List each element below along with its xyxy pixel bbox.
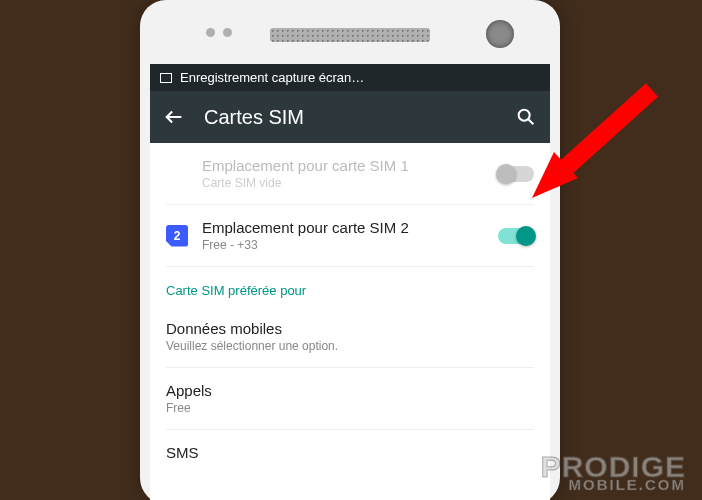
notification-bar[interactable]: Enregistrement capture écran…: [150, 64, 550, 91]
search-button[interactable]: [514, 105, 538, 129]
search-icon: [515, 106, 537, 128]
sim1-subtitle: Carte SIM vide: [202, 176, 484, 190]
phone-speaker: [270, 28, 430, 42]
watermark: PRODIGE MOBILE.COM: [541, 454, 686, 492]
settings-list: Emplacement pour carte SIM 1 Carte SIM v…: [150, 143, 550, 475]
mobile-data-label: Données mobiles: [166, 320, 534, 337]
phone-led-dots: [206, 28, 232, 37]
phone-front-camera: [486, 20, 514, 48]
sim2-label: Emplacement pour carte SIM 2: [202, 219, 484, 236]
sim2-subtitle: Free - +33: [202, 238, 484, 252]
calls-label: Appels: [166, 382, 534, 399]
sim1-label: Emplacement pour carte SIM 1: [202, 157, 484, 174]
device-screen: Enregistrement capture écran… Cartes SIM…: [150, 64, 550, 500]
sim2-toggle[interactable]: [498, 228, 534, 244]
mobile-data-sub: Veuillez sélectionner une option.: [166, 339, 534, 353]
sms-row[interactable]: SMS: [166, 430, 534, 475]
sim-slot-1-row: Emplacement pour carte SIM 1 Carte SIM v…: [166, 143, 534, 205]
screenshot-icon: [160, 73, 172, 83]
sim-slot-2-row[interactable]: 2 Emplacement pour carte SIM 2 Free - +3…: [166, 205, 534, 267]
notification-text: Enregistrement capture écran…: [180, 70, 364, 85]
arrow-left-icon: [163, 106, 185, 128]
sms-label: SMS: [166, 444, 534, 461]
calls-sub: Free: [166, 401, 534, 415]
page-title: Cartes SIM: [204, 106, 496, 129]
calls-row[interactable]: Appels Free: [166, 368, 534, 430]
sim-badge-icon: 2: [166, 225, 188, 247]
preferred-section-title: Carte SIM préférée pour: [166, 267, 534, 306]
app-bar: Cartes SIM: [150, 91, 550, 143]
svg-point-0: [519, 110, 530, 121]
svg-line-1: [552, 90, 652, 180]
back-button[interactable]: [162, 105, 186, 129]
sim1-toggle[interactable]: [498, 166, 534, 182]
phone-frame: Enregistrement capture écran… Cartes SIM…: [140, 0, 560, 500]
mobile-data-row[interactable]: Données mobiles Veuillez sélectionner un…: [166, 306, 534, 368]
